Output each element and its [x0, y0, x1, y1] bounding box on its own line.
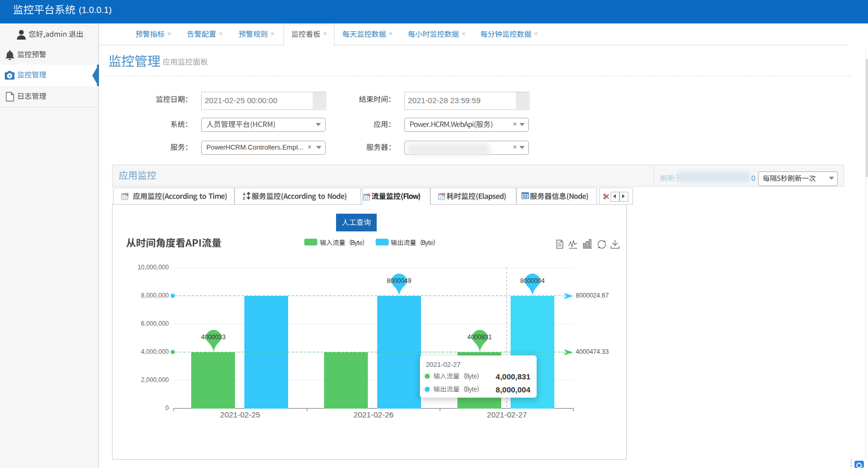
svg-text:Z: Z: [243, 196, 245, 200]
